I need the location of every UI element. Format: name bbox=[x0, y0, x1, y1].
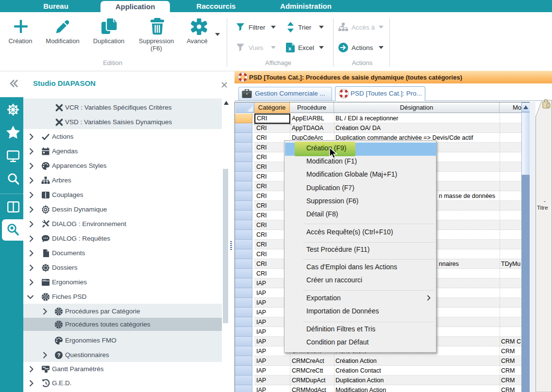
svg-text:x: x bbox=[288, 46, 292, 51]
